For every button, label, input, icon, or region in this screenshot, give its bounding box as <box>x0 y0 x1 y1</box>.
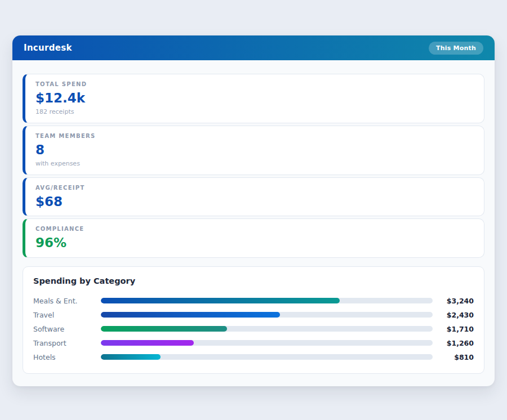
category-label: Software <box>33 325 101 333</box>
bar-track <box>101 312 433 318</box>
stat-card-total-spend: TOTAL SPEND $12.4k 182 receipts <box>23 74 484 123</box>
category-value: $1,710 <box>438 325 474 333</box>
stat-label: COMPLIANCE <box>35 226 474 232</box>
stat-card-avg-receipt: AVG/RECEIPT $68 <box>23 177 484 216</box>
bar-fill-travel <box>101 312 280 318</box>
stat-value: 96% <box>35 236 474 249</box>
category-value: $3,240 <box>438 297 474 305</box>
spend-row-hotels: Hotels $810 <box>33 350 474 364</box>
stat-value: $12.4k <box>35 91 474 105</box>
bar-track <box>101 340 433 346</box>
spending-by-category-card: Spending by Category Meals & Ent. $3,240… <box>23 266 484 374</box>
category-value: $2,430 <box>438 311 474 319</box>
category-label: Transport <box>33 339 101 347</box>
stat-value: $68 <box>35 195 474 208</box>
spend-row-meals: Meals & Ent. $3,240 <box>33 294 474 308</box>
stat-subtext: with expenses <box>35 160 474 167</box>
bar-track <box>101 354 433 360</box>
stat-value: 8 <box>35 143 474 157</box>
bar-track <box>101 298 433 303</box>
app-title: Incurdesk <box>24 43 72 53</box>
bar-track <box>101 326 433 332</box>
category-value: $810 <box>438 353 474 361</box>
dashboard-panel: Incurdesk This Month TOTAL SPEND $12.4k … <box>12 35 495 386</box>
category-value: $1,260 <box>438 339 474 347</box>
stat-label: TOTAL SPEND <box>35 81 474 87</box>
bar-fill-transport <box>101 340 194 346</box>
stat-subtext: 182 receipts <box>35 108 474 115</box>
spend-row-transport: Transport $1,260 <box>33 336 474 350</box>
stat-label: AVG/RECEIPT <box>35 185 474 191</box>
dashboard-content: TOTAL SPEND $12.4k 182 receipts TEAM MEM… <box>12 60 495 386</box>
spend-row-software: Software $1,710 <box>33 322 474 336</box>
bar-fill-meals <box>101 298 340 303</box>
app-header: Incurdesk This Month <box>12 35 495 60</box>
stat-card-compliance: COMPLIANCE 96% <box>23 218 484 257</box>
stat-card-team-members: TEAM MEMBERS 8 with expenses <box>23 126 484 175</box>
category-label: Meals & Ent. <box>33 297 101 305</box>
period-badge[interactable]: This Month <box>429 42 483 55</box>
spend-row-travel: Travel $2,430 <box>33 308 474 322</box>
stat-label: TEAM MEMBERS <box>35 133 474 139</box>
bar-fill-software <box>101 326 227 332</box>
spending-title: Spending by Category <box>33 276 474 285</box>
category-label: Travel <box>33 311 101 319</box>
category-label: Hotels <box>33 353 101 361</box>
bar-fill-hotels <box>101 354 161 360</box>
